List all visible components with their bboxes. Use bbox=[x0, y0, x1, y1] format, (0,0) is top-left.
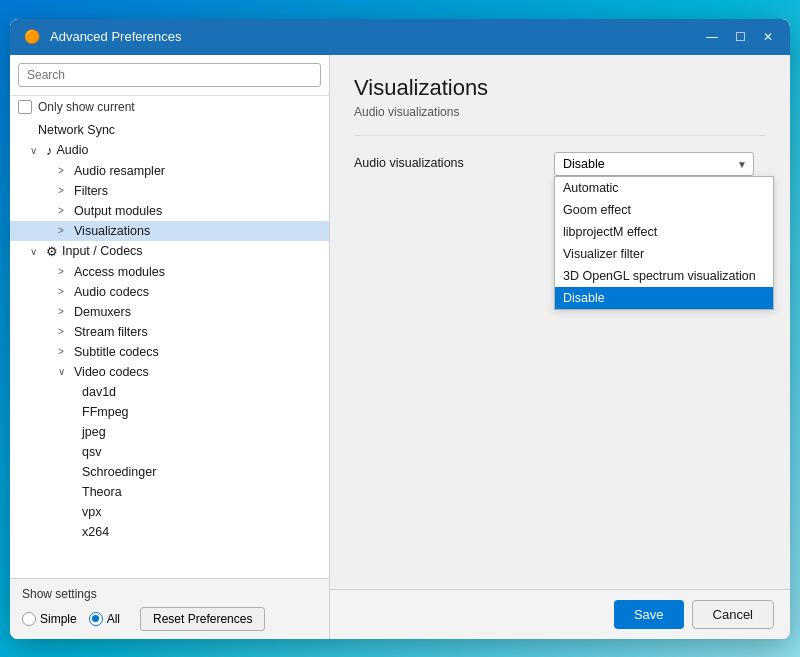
search-input[interactable] bbox=[18, 63, 321, 87]
radio-simple-label: Simple bbox=[40, 612, 77, 626]
tree-item-label: Input / Codecs bbox=[62, 244, 143, 258]
radio-simple-btn[interactable] bbox=[22, 612, 36, 626]
dropdown-option-3dopengl[interactable]: 3D OpenGL spectrum visualization bbox=[555, 265, 773, 287]
sidebar-item-demuxers[interactable]: > Demuxers bbox=[10, 302, 329, 322]
dropdown-option-automatic[interactable]: Automatic bbox=[555, 177, 773, 199]
maximize-button[interactable]: ☐ bbox=[730, 27, 750, 47]
chevron-right-icon: > bbox=[58, 306, 70, 317]
codecs-icon: ⚙ bbox=[46, 244, 58, 259]
tree-item-label: Network Sync bbox=[38, 123, 115, 137]
tree-item-label: Subtitle codecs bbox=[74, 345, 159, 359]
tree-item-label: Stream filters bbox=[74, 325, 148, 339]
tree-item-label: jpeg bbox=[82, 425, 106, 439]
dropdown-value: Disable bbox=[563, 157, 605, 171]
sidebar-item-ffmpeg[interactable]: FFmpeg bbox=[10, 402, 329, 422]
dropdown-option-disable[interactable]: Disable bbox=[555, 287, 773, 309]
sidebar-item-x264[interactable]: x264 bbox=[10, 522, 329, 542]
sidebar-item-output-modules[interactable]: > Output modules bbox=[10, 201, 329, 221]
tree-item-label: Access modules bbox=[74, 265, 165, 279]
tree-item-label: Audio codecs bbox=[74, 285, 149, 299]
sidebar-item-vpx[interactable]: vpx bbox=[10, 502, 329, 522]
sidebar-item-network-sync[interactable]: Network Sync bbox=[10, 120, 329, 140]
sidebar-item-audio-codecs[interactable]: > Audio codecs bbox=[10, 282, 329, 302]
tree: Network Sync ∨ ♪ Audio > Audio resampler… bbox=[10, 120, 329, 578]
audio-visualizations-dropdown[interactable]: Disable ▼ bbox=[554, 152, 754, 176]
sidebar-item-theora[interactable]: Theora bbox=[10, 482, 329, 502]
main-footer: Save Cancel bbox=[330, 589, 790, 639]
sidebar-item-video-codecs[interactable]: ∨ Video codecs bbox=[10, 362, 329, 382]
tree-item-label: Schroedinger bbox=[82, 465, 156, 479]
cancel-button[interactable]: Cancel bbox=[692, 600, 774, 629]
chevron-down-icon: ∨ bbox=[30, 145, 42, 156]
advanced-preferences-window: 🟠 Advanced Preferences — ☐ ✕ Only show c… bbox=[10, 19, 790, 639]
sidebar-item-visualizations[interactable]: > Visualizations bbox=[10, 221, 329, 241]
radio-group: Simple All Reset Preferences bbox=[22, 607, 317, 631]
dropdown-list: Automatic Goom effect libprojectM effect… bbox=[554, 176, 774, 310]
setting-control: Disable ▼ Automatic Goom effect libproje… bbox=[554, 152, 766, 176]
window-title: Advanced Preferences bbox=[50, 29, 702, 44]
main-content: Visualizations Audio visualizations Audi… bbox=[330, 55, 790, 589]
sidebar-item-input-codecs[interactable]: ∨ ⚙ Input / Codecs bbox=[10, 241, 329, 262]
sidebar-item-audio-resampler[interactable]: > Audio resampler bbox=[10, 161, 329, 181]
only-current-checkbox[interactable] bbox=[18, 100, 32, 114]
tree-item-label: Audio resampler bbox=[74, 164, 165, 178]
sidebar-item-dav1d[interactable]: dav1d bbox=[10, 382, 329, 402]
radio-all-label: All bbox=[107, 612, 120, 626]
dropdown-container: Disable ▼ Automatic Goom effect libproje… bbox=[554, 152, 754, 176]
sidebar-item-audio[interactable]: ∨ ♪ Audio bbox=[10, 140, 329, 161]
main-panel: Visualizations Audio visualizations Audi… bbox=[330, 55, 790, 639]
dropdown-arrow-icon: ▼ bbox=[737, 158, 747, 169]
title-bar: 🟠 Advanced Preferences — ☐ ✕ bbox=[10, 19, 790, 55]
radio-simple[interactable]: Simple bbox=[22, 612, 77, 626]
search-box bbox=[10, 55, 329, 96]
save-button[interactable]: Save bbox=[614, 600, 684, 629]
show-settings-label: Show settings bbox=[22, 587, 317, 601]
only-current-row: Only show current bbox=[10, 96, 329, 120]
chevron-down-icon: ∨ bbox=[30, 246, 42, 257]
only-current-label: Only show current bbox=[38, 100, 135, 114]
tree-item-label: qsv bbox=[82, 445, 101, 459]
chevron-right-icon: > bbox=[58, 165, 70, 176]
chevron-down-icon: ∨ bbox=[58, 366, 70, 377]
tree-item-label: Visualizations bbox=[74, 224, 150, 238]
tree-item-label: Demuxers bbox=[74, 305, 131, 319]
chevron-right-icon: > bbox=[58, 326, 70, 337]
sidebar-item-subtitle-codecs[interactable]: > Subtitle codecs bbox=[10, 342, 329, 362]
reset-preferences-button[interactable]: Reset Preferences bbox=[140, 607, 265, 631]
sidebar-item-stream-filters[interactable]: > Stream filters bbox=[10, 322, 329, 342]
dropdown-option-goom[interactable]: Goom effect bbox=[555, 199, 773, 221]
tree-item-label: Video codecs bbox=[74, 365, 149, 379]
tree-item-label: x264 bbox=[82, 525, 109, 539]
radio-all-btn[interactable] bbox=[89, 612, 103, 626]
tree-item-label: Output modules bbox=[74, 204, 162, 218]
tree-item-label: FFmpeg bbox=[82, 405, 129, 419]
sidebar-bottom: Show settings Simple All Reset Preferenc… bbox=[10, 578, 329, 639]
audio-icon: ♪ bbox=[46, 143, 53, 158]
tree-item-label: Filters bbox=[74, 184, 108, 198]
sidebar-item-filters[interactable]: > Filters bbox=[10, 181, 329, 201]
window-controls: — ☐ ✕ bbox=[702, 27, 778, 47]
sidebar-item-jpeg[interactable]: jpeg bbox=[10, 422, 329, 442]
sidebar-item-qsv[interactable]: qsv bbox=[10, 442, 329, 462]
close-button[interactable]: ✕ bbox=[758, 27, 778, 47]
tree-item-label: dav1d bbox=[82, 385, 116, 399]
divider bbox=[354, 135, 766, 136]
dropdown-option-libprojectm[interactable]: libprojectM effect bbox=[555, 221, 773, 243]
chevron-right-icon: > bbox=[58, 185, 70, 196]
radio-all[interactable]: All bbox=[89, 612, 120, 626]
page-title: Visualizations bbox=[354, 75, 766, 101]
sidebar-item-schroedinger[interactable]: Schroedinger bbox=[10, 462, 329, 482]
sidebar-item-access-modules[interactable]: > Access modules bbox=[10, 262, 329, 282]
minimize-button[interactable]: — bbox=[702, 27, 722, 47]
tree-item-label: vpx bbox=[82, 505, 101, 519]
tree-item-label: Audio bbox=[57, 143, 89, 157]
chevron-right-icon: > bbox=[58, 225, 70, 236]
chevron-right-icon: > bbox=[58, 205, 70, 216]
chevron-right-icon: > bbox=[58, 346, 70, 357]
setting-label: Audio visualizations bbox=[354, 152, 554, 170]
dropdown-option-visualizer[interactable]: Visualizer filter bbox=[555, 243, 773, 265]
tree-item-label: Theora bbox=[82, 485, 122, 499]
content-area: Only show current Network Sync ∨ ♪ Audio… bbox=[10, 55, 790, 639]
sidebar: Only show current Network Sync ∨ ♪ Audio… bbox=[10, 55, 330, 639]
setting-row-audio-visualizations: Audio visualizations Disable ▼ Automatic… bbox=[354, 152, 766, 176]
